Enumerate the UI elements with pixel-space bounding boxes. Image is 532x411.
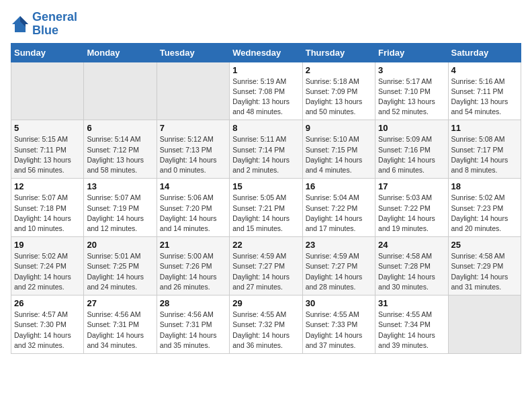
day-number: 22 <box>232 240 299 250</box>
day-number: 14 <box>160 181 226 191</box>
calendar-cell: 28Sunrise: 4:56 AMSunset: 7:31 PMDayligh… <box>157 295 229 354</box>
logo-text: General Blue <box>32 11 77 38</box>
day-info: Sunrise: 5:05 AMSunset: 7:21 PMDaylight:… <box>232 193 299 234</box>
calendar-cell: 18Sunrise: 5:02 AMSunset: 7:23 PMDayligh… <box>448 179 521 237</box>
day-number: 28 <box>160 298 226 308</box>
calendar-cell: 15Sunrise: 5:05 AMSunset: 7:21 PMDayligh… <box>230 179 302 237</box>
calendar-cell: 20Sunrise: 5:01 AMSunset: 7:25 PMDayligh… <box>84 237 157 295</box>
day-number: 23 <box>306 240 372 250</box>
calendar-cell: 4Sunrise: 5:16 AMSunset: 7:11 PMDaylight… <box>448 62 521 120</box>
calendar-cell: 24Sunrise: 4:58 AMSunset: 7:28 PMDayligh… <box>375 237 448 295</box>
day-number: 16 <box>306 181 372 191</box>
calendar-cell: 2Sunrise: 5:18 AMSunset: 7:09 PMDaylight… <box>302 62 375 120</box>
calendar-cell <box>11 62 84 120</box>
calendar-week-row: 12Sunrise: 5:07 AMSunset: 7:18 PMDayligh… <box>11 179 521 237</box>
day-number: 27 <box>87 298 153 308</box>
day-info: Sunrise: 4:55 AMSunset: 7:33 PMDaylight:… <box>306 310 372 351</box>
day-info: Sunrise: 5:12 AMSunset: 7:13 PMDaylight:… <box>160 134 226 175</box>
weekday-header: Thursday <box>302 43 375 62</box>
day-info: Sunrise: 5:00 AMSunset: 7:26 PMDaylight:… <box>160 251 226 292</box>
page-header: General Blue <box>11 11 521 38</box>
calendar-cell: 21Sunrise: 5:00 AMSunset: 7:26 PMDayligh… <box>157 237 229 295</box>
calendar-cell: 16Sunrise: 5:04 AMSunset: 7:22 PMDayligh… <box>302 179 375 237</box>
day-number: 8 <box>232 123 299 133</box>
day-number: 1 <box>232 65 299 75</box>
calendar-header-row: SundayMondayTuesdayWednesdayThursdayFrid… <box>11 43 521 62</box>
calendar-cell: 17Sunrise: 5:03 AMSunset: 7:22 PMDayligh… <box>375 179 448 237</box>
day-info: Sunrise: 4:55 AMSunset: 7:34 PMDaylight:… <box>378 310 445 351</box>
calendar-cell: 3Sunrise: 5:17 AMSunset: 7:10 PMDaylight… <box>375 62 448 120</box>
logo: General Blue <box>11 11 77 38</box>
calendar-cell: 1Sunrise: 5:19 AMSunset: 7:08 PMDaylight… <box>230 62 302 120</box>
weekday-header: Tuesday <box>157 43 229 62</box>
day-number: 30 <box>306 298 372 308</box>
day-number: 5 <box>14 123 81 133</box>
day-number: 11 <box>451 123 518 133</box>
calendar-cell: 26Sunrise: 4:57 AMSunset: 7:30 PMDayligh… <box>11 295 84 354</box>
calendar-cell: 23Sunrise: 4:59 AMSunset: 7:27 PMDayligh… <box>302 237 375 295</box>
calendar-cell: 13Sunrise: 5:07 AMSunset: 7:19 PMDayligh… <box>84 179 157 237</box>
day-number: 31 <box>378 298 445 308</box>
day-info: Sunrise: 5:01 AMSunset: 7:25 PMDaylight:… <box>87 251 153 292</box>
weekday-header: Wednesday <box>230 43 302 62</box>
day-info: Sunrise: 5:16 AMSunset: 7:11 PMDaylight:… <box>451 77 518 118</box>
day-number: 10 <box>378 123 445 133</box>
calendar-cell: 25Sunrise: 4:58 AMSunset: 7:29 PMDayligh… <box>448 237 521 295</box>
calendar-week-row: 1Sunrise: 5:19 AMSunset: 7:08 PMDaylight… <box>11 62 521 120</box>
day-info: Sunrise: 5:08 AMSunset: 7:17 PMDaylight:… <box>451 134 518 175</box>
day-number: 18 <box>451 181 518 191</box>
calendar-cell: 27Sunrise: 4:56 AMSunset: 7:31 PMDayligh… <box>84 295 157 354</box>
calendar-cell: 10Sunrise: 5:09 AMSunset: 7:16 PMDayligh… <box>375 120 448 179</box>
day-info: Sunrise: 5:19 AMSunset: 7:08 PMDaylight:… <box>232 77 299 118</box>
calendar-cell: 9Sunrise: 5:10 AMSunset: 7:15 PMDaylight… <box>302 120 375 179</box>
day-number: 2 <box>306 65 372 75</box>
day-info: Sunrise: 5:04 AMSunset: 7:22 PMDaylight:… <box>306 193 372 234</box>
calendar-cell: 19Sunrise: 5:02 AMSunset: 7:24 PMDayligh… <box>11 237 84 295</box>
calendar-table: SundayMondayTuesdayWednesdayThursdayFrid… <box>11 43 521 354</box>
day-number: 26 <box>14 298 81 308</box>
calendar-cell: 5Sunrise: 5:15 AMSunset: 7:11 PMDaylight… <box>11 120 84 179</box>
day-number: 3 <box>378 65 445 75</box>
day-info: Sunrise: 5:02 AMSunset: 7:23 PMDaylight:… <box>451 193 518 234</box>
day-info: Sunrise: 5:15 AMSunset: 7:11 PMDaylight:… <box>14 134 81 175</box>
calendar-cell: 11Sunrise: 5:08 AMSunset: 7:17 PMDayligh… <box>448 120 521 179</box>
day-number: 12 <box>14 181 81 191</box>
calendar-week-row: 26Sunrise: 4:57 AMSunset: 7:30 PMDayligh… <box>11 295 521 354</box>
logo-icon <box>11 15 30 34</box>
calendar-cell <box>84 62 157 120</box>
day-info: Sunrise: 5:07 AMSunset: 7:19 PMDaylight:… <box>87 193 153 234</box>
day-number: 17 <box>378 181 445 191</box>
day-number: 13 <box>87 181 153 191</box>
day-number: 20 <box>87 240 153 250</box>
day-info: Sunrise: 5:17 AMSunset: 7:10 PMDaylight:… <box>378 77 445 118</box>
day-info: Sunrise: 4:58 AMSunset: 7:29 PMDaylight:… <box>451 251 518 292</box>
day-info: Sunrise: 5:02 AMSunset: 7:24 PMDaylight:… <box>14 251 81 292</box>
day-info: Sunrise: 4:56 AMSunset: 7:31 PMDaylight:… <box>160 310 226 351</box>
day-info: Sunrise: 5:09 AMSunset: 7:16 PMDaylight:… <box>378 134 445 175</box>
weekday-header: Sunday <box>11 43 84 62</box>
calendar-week-row: 19Sunrise: 5:02 AMSunset: 7:24 PMDayligh… <box>11 237 521 295</box>
weekday-header: Monday <box>84 43 157 62</box>
weekday-header: Friday <box>375 43 448 62</box>
day-info: Sunrise: 5:07 AMSunset: 7:18 PMDaylight:… <box>14 193 81 234</box>
calendar-cell: 30Sunrise: 4:55 AMSunset: 7:33 PMDayligh… <box>302 295 375 354</box>
calendar-cell: 12Sunrise: 5:07 AMSunset: 7:18 PMDayligh… <box>11 179 84 237</box>
day-info: Sunrise: 4:57 AMSunset: 7:30 PMDaylight:… <box>14 310 81 351</box>
weekday-header: Saturday <box>448 43 521 62</box>
day-number: 7 <box>160 123 226 133</box>
day-info: Sunrise: 5:14 AMSunset: 7:12 PMDaylight:… <box>87 134 153 175</box>
day-number: 25 <box>451 240 518 250</box>
day-number: 6 <box>87 123 153 133</box>
day-number: 9 <box>306 123 372 133</box>
calendar-cell: 7Sunrise: 5:12 AMSunset: 7:13 PMDaylight… <box>157 120 229 179</box>
day-info: Sunrise: 4:59 AMSunset: 7:27 PMDaylight:… <box>306 251 372 292</box>
day-number: 15 <box>232 181 299 191</box>
day-number: 4 <box>451 65 518 75</box>
day-number: 24 <box>378 240 445 250</box>
calendar-cell: 29Sunrise: 4:55 AMSunset: 7:32 PMDayligh… <box>230 295 302 354</box>
calendar-cell: 31Sunrise: 4:55 AMSunset: 7:34 PMDayligh… <box>375 295 448 354</box>
day-number: 21 <box>160 240 226 250</box>
day-info: Sunrise: 5:18 AMSunset: 7:09 PMDaylight:… <box>306 77 372 118</box>
day-info: Sunrise: 4:59 AMSunset: 7:27 PMDaylight:… <box>232 251 299 292</box>
calendar-week-row: 5Sunrise: 5:15 AMSunset: 7:11 PMDaylight… <box>11 120 521 179</box>
